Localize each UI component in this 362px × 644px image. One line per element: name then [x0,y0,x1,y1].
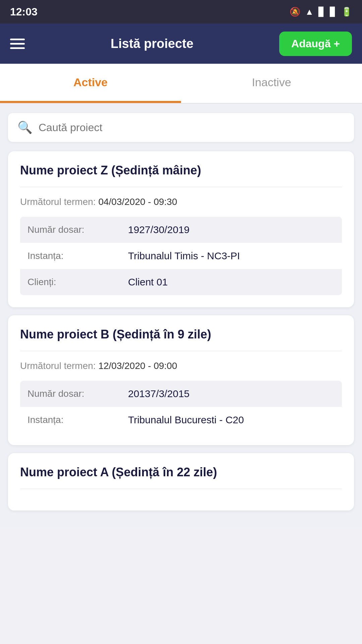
detail-row: Instanța: Tribunalul Bucuresti - C20 [20,407,342,433]
project-card[interactable]: Nume proiect Z (Ședință mâine) Următorul… [8,151,354,307]
add-project-button[interactable]: Adaugă + [279,32,352,56]
detail-label: Instanța: [27,415,128,425]
tab-inactive[interactable]: Inactive [181,64,362,103]
detail-value: 1927/30/2019 [128,224,190,235]
status-icons: 🔕 ▲ ▊ ▊ 🔋 [290,7,352,17]
detail-row: Instanța: Tribunalul Timis - NC3-PI [20,243,342,269]
detail-value: 20137/3/2015 [128,388,190,399]
deadline-value: 04/03/2020 - 09:30 [98,197,177,207]
signal-icon: ▊ [318,7,325,17]
detail-value: Tribunalul Bucuresti - C20 [128,414,244,426]
search-icon: 🔍 [17,120,33,135]
detail-row: Clienți: Client 01 [20,269,342,295]
project-deadline: Următorul termen: 12/03/2020 - 09:00 [20,361,342,371]
search-box: 🔍 [8,113,354,142]
project-card[interactable]: Nume proiect B (Ședință în 9 zile) Următ… [8,315,354,445]
project-title: Nume proiect Z (Ședință mâine) [20,163,342,187]
detail-row: Număr dosar: 1927/30/2019 [20,217,342,243]
status-bar: 12:03 🔕 ▲ ▊ ▊ 🔋 [0,0,362,23]
deadline-label: Următorul termen: [20,361,98,371]
navbar: Listă proiecte Adaugă + [0,23,362,64]
detail-label: Instanța: [27,251,128,261]
projects-list: Nume proiect Z (Ședință mâine) Următorul… [8,151,354,511]
project-details: Număr dosar: 1927/30/2019 Instanța: Trib… [20,217,342,295]
detail-value: Tribunalul Timis - NC3-PI [128,250,240,262]
deadline-label: Următorul termen: [20,197,98,207]
tab-active[interactable]: Active [0,64,181,103]
detail-label: Număr dosar: [27,224,128,235]
project-title: Nume proiect A (Ședință în 22 zile) [20,465,342,489]
project-details: Număr dosar: 20137/3/2015 Instanța: Trib… [20,381,342,433]
tabs-container: Active Inactive [0,64,362,104]
notification-icon: 🔕 [290,7,300,17]
project-title: Nume proiect B (Ședință în 9 zile) [20,327,342,351]
wifi-icon: ▲ [305,7,314,17]
detail-value: Client 01 [128,276,168,288]
battery-icon: 🔋 [341,7,352,17]
detail-row: Număr dosar: 20137/3/2015 [20,381,342,407]
page-title: Listă proiecte [111,37,193,51]
detail-label: Clienți: [27,277,128,287]
detail-label: Număr dosar: [27,388,128,399]
status-time: 12:03 [10,6,38,18]
main-content: 🔍 Nume proiect Z (Ședință mâine) Următor… [0,104,362,528]
project-deadline: Următorul termen: 04/03/2020 - 09:30 [20,197,342,207]
signal-icon-2: ▊ [330,7,337,17]
project-card[interactable]: Nume proiect A (Ședință în 22 zile) [8,453,354,511]
menu-button[interactable] [10,39,25,49]
deadline-value: 12/03/2020 - 09:00 [98,361,177,371]
search-input[interactable] [39,121,345,134]
